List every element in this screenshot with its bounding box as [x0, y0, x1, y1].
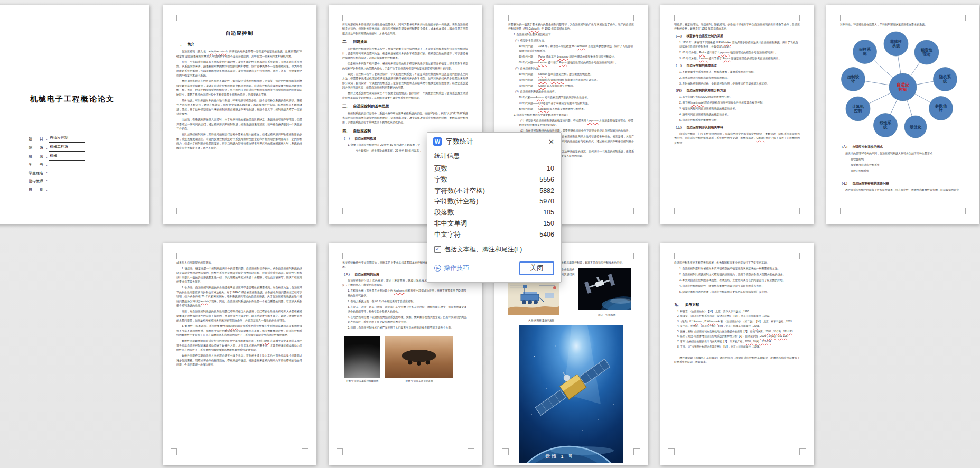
document-page-1[interactable]: 机械电子工程概论论文题 目：自适应控制院 系：机械工程系班 级：机械学 号：学生…: [0, 5, 149, 224]
list-line: （2）自校正控制方法。: [508, 66, 634, 71]
list-line: 1. 基于常微分方程(ODE)理论的收敛性分析。: [674, 95, 800, 99]
list-line: 3. 及时修改控制器的结构、参数或控制作用，使系统运行于最优或次优状态。: [674, 81, 800, 86]
spellcheck-underline: Lyapunov: [718, 51, 730, 54]
list-line: 1. 自适应控制主要发展历程如下：: [508, 32, 634, 37]
close-icon[interactable]: ✕: [547, 138, 556, 146]
reference-entry: 4. 吴士昌，乔秀珍. 《自适应控制》【M】. 北京：机械工业出版社，2005.: [674, 324, 800, 329]
spellcheck-underline: Kockums: [394, 289, 405, 292]
list-subline: 70 年代中期——Clarke 等人提出自校正控制器。: [508, 83, 634, 88]
paragraph: 对象特性、环境特性变化范围大，又特别希望能快速适应变化要求的系统。: [840, 22, 966, 27]
figure-caption: “天宫一号”模拟图: [578, 313, 634, 317]
spellcheck-underline: 2008，31(19)：191-193: [766, 330, 793, 333]
list-line: 2. 基于鞅(martingale)理论的随机自适应控制收敛性分析及其自校正控制…: [674, 100, 800, 105]
close-button[interactable]: 关闭: [519, 261, 554, 275]
spellcheck-underline: Astrom: [538, 78, 547, 81]
field-colon: ：: [45, 185, 49, 194]
list-line: （3）自适应控制系统的收敛性分析。: [508, 89, 634, 94]
figure: “好奇号”火星车着陆过程效果图: [344, 336, 380, 383]
list-line: 2. 自适应控制比传统控制方式有更强的适应能力，适用于模型参数在大范围内变化的场…: [674, 272, 800, 277]
dialog-titlebar[interactable]: W 字数统计 ✕: [427, 133, 561, 149]
list-line: 4. 在电力拖动方面：轧钢机电力拖动系统的环境、负载、惯量都有相当大的变化，已有…: [342, 315, 468, 324]
spellcheck-underline: Lyapunov: [557, 55, 569, 58]
margin-corner-mark: [302, 253, 308, 259]
section-heading: 三、 自适应控制的基本思想: [342, 104, 468, 109]
svg-text:最优化: 最优化: [909, 125, 922, 129]
stat-label: 段落数: [434, 207, 454, 218]
paragraph: 所要解决的一般属于要求较高的复杂控制问题等等，为自适应控制的产生与发展创造了条件…: [508, 22, 634, 31]
field-label: 学生姓名: [29, 169, 45, 177]
paragraph: 但是在许多实际工程问题中，被控对象或过程的数学模型事先难以通过机理分析确定，或者…: [342, 61, 468, 70]
document-page-7[interactable]: 成果与人们所期望的相差甚远。1. 稳定性：稳定性是一个控制系统设计中的首要问题，…: [163, 243, 316, 465]
page-content: 自适应控制一、 简介自适应控制（英文名：adaptivecontrol）所研究的…: [176, 21, 302, 212]
list-subline: 50 年代末期——Kalman 提出自优化控制，建立最优控制思想。: [508, 72, 634, 77]
margin-corner-mark: [302, 15, 308, 21]
margin-corner-mark: [799, 208, 806, 214]
document-page-10[interactable]: 自适应控制系统的不断完善与发展，也为我国航天事业的进步打下了坚实的基础。1. 自…: [660, 243, 814, 465]
field-colon: ：: [45, 177, 49, 185]
list-line: 4. 自适应控制的稳定性、收敛性与鲁棒性问题仍是今后研究的重点方向。: [674, 284, 800, 288]
page-heading: 自适应控制: [176, 30, 302, 37]
list-line: 1. 在航海方面：首先是在大型油轮上的 Kockums 领航系统中获得成功应用，…: [342, 288, 468, 297]
list-line: 2. 自适应控制发展过程中需要解决的主要问题：: [508, 113, 634, 117]
subsection-heading: （四） 自适应控制的收敛性分析方法: [674, 88, 800, 93]
list-line: （1）模型参考自适应方法。: [508, 38, 634, 43]
list-line: 1. 自适应控制是针对被控对象及环境模型的不确定性而发展起来的一种重要控制方法。: [674, 266, 800, 271]
list-subline: 70 年代初——Astrom 给出自校正调节器的局部收敛性分析。: [508, 95, 634, 100]
title-field-row: 题 目：自适应控制: [29, 134, 135, 143]
margin-corner-mark: [302, 208, 308, 214]
spellcheck-underline: Kalman: [538, 72, 547, 76]
stat-row: 段落数105: [434, 207, 554, 218]
field-colon: ：: [45, 161, 49, 169]
checkbox-checked-icon[interactable]: ✓: [434, 246, 441, 253]
list-line: 5. 随着计算机技术的发展，自适应控制必将在更多的工程领域得到广泛应用。: [674, 289, 800, 294]
stat-label: 字符数(不计空格): [434, 185, 485, 196]
include-textbox-checkbox[interactable]: ✓ 包括文本框、脚注和尾注(F): [427, 240, 561, 255]
dialog-footer: ▶ 操作技巧 关闭: [427, 255, 561, 282]
figure-row: “好奇号”火星车着陆过程效果图“好奇号”火星车在火星表面: [344, 336, 468, 383]
margin-corner-mark: [965, 208, 972, 214]
margin-corner-mark: [633, 253, 640, 259]
spellcheck-underline: Wittenmark: [707, 320, 720, 323]
margin-corner-mark: [799, 448, 806, 455]
tips-label: 操作技巧: [444, 264, 469, 273]
statistics-group-label: 统计信息: [427, 149, 561, 162]
document-page-5[interactable]: 明确后，稳定性理论、最优控制、随机控制、参数估计等相关学科为自适应控制的设计准备…: [660, 5, 814, 224]
document-page-2[interactable]: 自适应控制一、 简介自适应控制（英文名：adaptivecontrol）所研究的…: [163, 5, 316, 224]
subsection-heading: （七） 自适应控制存在的主要问题: [840, 181, 966, 186]
page-content: 自适应控制系统的不断完善与发展，也为我国航天事业的进步打下了坚实的基础。1. 自…: [674, 259, 800, 463]
field-value: 机械工程系: [49, 143, 85, 152]
figure-marsmap-image: [508, 283, 559, 317]
paragraph: 通过本学期《机械电子工程概论》课程的学习，我对自适应控制的基本概念、发展历程和应…: [674, 355, 800, 364]
stat-row: 页数10: [434, 163, 554, 174]
stat-value: 150: [543, 218, 554, 229]
spellcheck-underline: Landau: [538, 61, 547, 64]
margin-corner-mark: [633, 448, 640, 455]
stat-value: 10: [547, 163, 554, 174]
list-subline: 80 年代初期——Goodwin 等人给出全局收敛性分析结果。: [508, 107, 634, 111]
field-value: 机械: [49, 152, 85, 161]
list-subline: 50 年代中期——1958 年，麻省理工学院教授 H.P.Whitaker 首先…: [508, 44, 634, 53]
wps-writer-icon: W: [433, 137, 442, 146]
document-page-6[interactable]: 对象特性、环境特性变化范围大，又特别希望能快速适应变化要求的系统。非线性系统稳定…: [826, 5, 979, 224]
figure-caption: “好奇号”火星车着陆过程效果图: [344, 379, 380, 383]
field-label: 指导教师: [29, 177, 45, 185]
figure: “天宫一号”模拟图: [578, 268, 634, 317]
list-line: 3. 确定性离散时间自适应控制系统的稳定性分析。: [674, 106, 800, 111]
title-field-row: 学 号：: [29, 161, 135, 169]
paragraph: 再比如某些控制对象，其特性可能在运行过程中要发生较大的变化，但通过在线辨识和改变…: [176, 132, 302, 150]
paragraph: 3. 鲁棒性：简单来说，系统的鲁棒性(robustness)是指系统的某些性能在…: [176, 324, 302, 338]
tips-link[interactable]: ▶ 操作技巧: [434, 264, 469, 273]
spellcheck-underline: Whitaker: [577, 44, 587, 48]
group-label-text: 统计信息: [434, 152, 460, 161]
page-content: 当被控对象特性变化范围较大，同时工艺上要求必须具有较高的控制性能时，就应当考虑采…: [342, 259, 468, 463]
spellcheck-underline: robustness: [226, 324, 239, 327]
margin-corner-mark: [799, 253, 806, 259]
paragraph: 所以对那些对象特性或扰动特性变化范围很大，同时又要求经常保持高性能指标的一类系统…: [342, 22, 468, 36]
section-heading: 一、 简介: [176, 42, 302, 47]
figure: 嫦娥 1 号: [508, 325, 634, 463]
reference-entry: 8. 王伟. 《广义预测控制理论及其应用》【M】. 北京：科学出版社，1998.: [674, 345, 800, 349]
list-subline: （1）模型参考自适应控制系统的稳定性问题，不论是采用 Lyapunov 方法还是…: [508, 118, 634, 127]
paragraph: 自适应控制系统的不断完善与发展，也为我国航天事业的进步打下了坚实的基础。: [674, 260, 800, 265]
section-heading: 九、 参考文献: [674, 302, 800, 307]
spacer: [176, 21, 302, 28]
